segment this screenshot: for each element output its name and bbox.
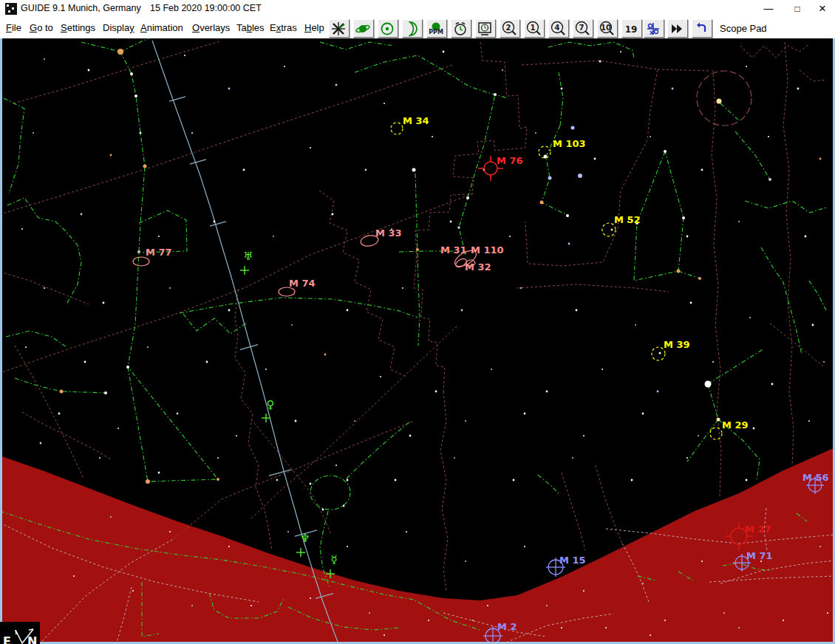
star	[169, 287, 171, 289]
neptune-symbol: ♆	[300, 532, 310, 545]
svg-text:7: 7	[579, 24, 584, 32]
minimize-button[interactable]: —	[756, 0, 781, 18]
star	[819, 546, 821, 547]
star	[705, 381, 712, 388]
star	[620, 51, 621, 52]
star	[491, 369, 492, 370]
star	[458, 227, 460, 229]
menu-item-display[interactable]: Display	[103, 22, 134, 33]
star	[768, 136, 769, 137]
star	[287, 531, 289, 532]
star	[137, 250, 140, 253]
svg-text:2: 2	[506, 24, 511, 32]
star	[134, 95, 137, 97]
star	[723, 612, 725, 614]
star	[191, 605, 193, 606]
menu-item-settings[interactable]: Settings	[61, 22, 95, 33]
messier-label: M 34	[403, 115, 429, 126]
zoom-level-1-button[interactable]: 1	[524, 19, 545, 38]
maximize-button[interactable]: □	[785, 0, 810, 18]
zoom-level-2-button[interactable]: 2	[500, 19, 520, 38]
level-19-button[interactable]: 19	[621, 19, 642, 38]
menu-item-file[interactable]: File	[6, 22, 21, 33]
star	[746, 479, 748, 482]
star	[273, 236, 274, 237]
zoom-level-7-button[interactable]: 7	[573, 19, 593, 38]
star	[228, 546, 230, 547]
realtime-icon	[477, 21, 493, 37]
star	[642, 413, 644, 415]
star	[783, 620, 784, 621]
menu-item-extras[interactable]: Extras	[270, 22, 297, 33]
star	[677, 270, 681, 273]
star	[73, 575, 75, 577]
menu-bar: FileGo toSettingsDisplayAnimationOverlay…	[0, 18, 835, 38]
crosshair-button[interactable]: x	[644, 19, 664, 38]
undo-button[interactable]	[692, 19, 712, 38]
star	[472, 620, 474, 621]
star	[520, 287, 522, 289]
star	[808, 420, 810, 422]
menu-item-tables[interactable]: Tables	[236, 22, 265, 33]
moon-icon	[403, 21, 420, 37]
star	[611, 229, 613, 231]
zoom-level-4-button[interactable]: 4	[548, 19, 569, 38]
menu-item-overlays[interactable]: Overlays	[192, 22, 230, 33]
star	[384, 634, 385, 636]
zoom-level-10-button[interactable]: 10	[597, 19, 618, 38]
star-mode-button[interactable]	[329, 19, 350, 38]
menu-item-help[interactable]: Help	[304, 22, 324, 33]
messier-label: M 76	[497, 155, 523, 166]
svg-text:x: x	[650, 30, 654, 36]
moon-button[interactable]	[402, 19, 423, 38]
star	[335, 84, 338, 86]
star	[686, 457, 688, 459]
star	[771, 383, 774, 386]
ppm-catalog-button[interactable]: PPM	[426, 19, 447, 38]
star	[310, 483, 312, 485]
messier-label: M 74	[289, 278, 316, 289]
star-mode-icon	[330, 21, 347, 37]
time-step-icon	[452, 21, 468, 37]
star	[827, 612, 828, 614]
star	[291, 324, 293, 326]
realtime-button[interactable]	[475, 19, 496, 38]
planets-button[interactable]	[353, 19, 374, 38]
close-button[interactable]: ✕	[810, 0, 835, 18]
guide-app-window: GUIDE 9.1 Munich, Germany 15 Feb 2020 19…	[0, 0, 835, 644]
star	[81, 213, 83, 216]
star	[443, 51, 445, 53]
star	[540, 201, 544, 205]
sun-icon	[379, 21, 395, 37]
star	[664, 150, 667, 153]
star	[214, 221, 216, 223]
star	[546, 605, 548, 606]
star	[365, 169, 367, 171]
fast-forward-button[interactable]	[667, 19, 688, 38]
scope-pad-label[interactable]: Scope Pad	[720, 23, 767, 34]
time-step-button[interactable]	[451, 19, 471, 38]
star	[548, 177, 552, 180]
star	[88, 69, 90, 72]
star	[717, 99, 722, 104]
star	[465, 561, 466, 562]
star	[217, 478, 219, 481]
star	[650, 634, 651, 636]
sun-button[interactable]	[378, 19, 398, 38]
fast-forward-icon	[669, 21, 685, 37]
star	[103, 302, 105, 304]
star	[25, 346, 27, 348]
menu-item-goto[interactable]: Go to	[30, 22, 53, 33]
compass-north-label: N	[27, 634, 37, 644]
messier-label: M 39	[664, 339, 690, 350]
star	[44, 58, 45, 60]
menu-item-animation[interactable]: Animation	[140, 22, 183, 33]
messier-label: M 33	[375, 227, 402, 239]
star	[583, 435, 584, 436]
star-chart[interactable]: M 34M 103M 52M 39M 29M 77M 33M 74M 31M 1…	[0, 38, 835, 644]
star	[347, 479, 349, 482]
star	[576, 309, 578, 312]
star	[158, 236, 160, 237]
zoom-level-7-icon: 7	[574, 21, 590, 37]
star	[276, 479, 279, 482]
